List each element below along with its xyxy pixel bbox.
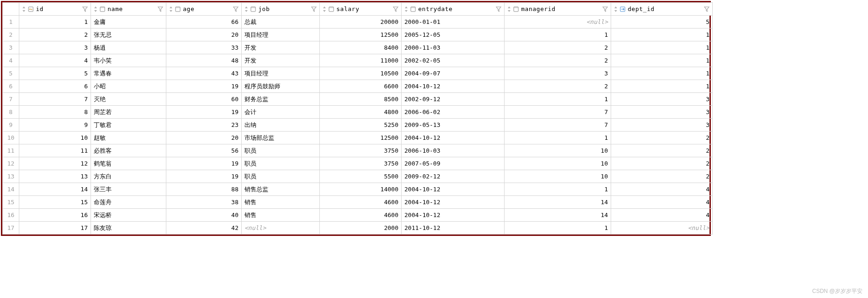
sort-icon[interactable] (94, 6, 97, 12)
table-row[interactable]: 22张无忌20项目经理125002005-12-0511 (3, 29, 713, 41)
cell-dept_id[interactable]: 1 (611, 67, 713, 80)
cell-managerid[interactable]: 10 (505, 157, 611, 170)
table-row[interactable]: 66小昭19程序员鼓励师66002004-10-1221 (3, 80, 713, 93)
cell-entrydate[interactable]: 2004-10-12 (402, 196, 505, 209)
cell-id[interactable]: 7 (19, 93, 91, 106)
sort-icon[interactable] (244, 6, 248, 12)
cell-job[interactable]: 总裁 (242, 16, 320, 29)
cell-entrydate[interactable]: 2006-10-03 (402, 144, 505, 157)
cell-entrydate[interactable]: 2004-10-12 (402, 209, 505, 222)
cell-entrydate[interactable]: 2004-10-12 (402, 132, 505, 144)
cell-name[interactable]: 周芷若 (91, 106, 166, 119)
filter-icon[interactable] (311, 6, 317, 12)
table-row[interactable]: 99丁敏君23出纳52502009-05-1373 (3, 119, 713, 132)
cell-name[interactable]: 命莲舟 (91, 196, 166, 209)
cell-name[interactable]: 宋远桥 (91, 209, 166, 222)
cell-managerid[interactable]: 7 (505, 119, 611, 132)
cell-name[interactable]: 方东白 (91, 170, 166, 183)
cell-id[interactable]: 2 (19, 29, 91, 41)
cell-entrydate[interactable]: 2004-09-07 (402, 67, 505, 80)
cell-dept_id[interactable]: 2 (611, 132, 713, 144)
cell-age[interactable]: 19 (166, 80, 242, 93)
cell-age[interactable]: 20 (166, 132, 242, 144)
cell-job[interactable]: 开发 (242, 54, 320, 67)
cell-dept_id[interactable]: 2 (611, 157, 713, 170)
cell-salary[interactable]: 4800 (320, 106, 402, 119)
cell-salary[interactable]: 8500 (320, 93, 402, 106)
cell-managerid[interactable]: 2 (505, 41, 611, 54)
cell-managerid[interactable]: 7 (505, 106, 611, 119)
cell-age[interactable]: 20 (166, 29, 242, 41)
sort-icon[interactable] (614, 6, 618, 12)
cell-name[interactable]: 丁敏君 (91, 119, 166, 132)
cell-name[interactable]: 必胜客 (91, 144, 166, 157)
cell-id[interactable]: 1 (19, 16, 91, 29)
cell-salary[interactable]: 5500 (320, 170, 402, 183)
table-row[interactable]: 77灭绝60财务总监85002002-09-1213 (3, 93, 713, 106)
cell-entrydate[interactable]: 2005-12-05 (402, 29, 505, 41)
cell-id[interactable]: 13 (19, 170, 91, 183)
cell-id[interactable]: 17 (19, 222, 91, 235)
cell-age[interactable]: 60 (166, 93, 242, 106)
table-row[interactable]: 1616宋远桥40销售46002004-10-12144 (3, 209, 713, 222)
table-row[interactable]: 11金庸66总裁200002000-01-01<null>5 (3, 16, 713, 29)
column-header-id[interactable]: id (19, 3, 91, 16)
cell-job[interactable]: 会计 (242, 106, 320, 119)
cell-dept_id[interactable]: 1 (611, 54, 713, 67)
cell-entrydate[interactable]: 2000-01-01 (402, 16, 505, 29)
cell-managerid[interactable]: 1 (505, 93, 611, 106)
table-row[interactable]: 33杨逍33开发84002000-11-0321 (3, 41, 713, 54)
cell-managerid[interactable]: 3 (505, 67, 611, 80)
cell-name[interactable]: 韦小笑 (91, 54, 166, 67)
cell-id[interactable]: 14 (19, 183, 91, 196)
cell-id[interactable]: 11 (19, 144, 91, 157)
cell-dept_id[interactable]: 1 (611, 29, 713, 41)
cell-age[interactable]: 56 (166, 144, 242, 157)
cell-salary[interactable]: 20000 (320, 16, 402, 29)
cell-salary[interactable]: 4600 (320, 196, 402, 209)
cell-salary[interactable]: 14000 (320, 183, 402, 196)
sort-icon[interactable] (323, 6, 326, 12)
column-header-name[interactable]: name (91, 3, 166, 16)
cell-age[interactable]: 43 (166, 67, 242, 80)
cell-id[interactable]: 4 (19, 54, 91, 67)
cell-id[interactable]: 15 (19, 196, 91, 209)
table-row[interactable]: 44韦小笑48开发110002002-02-0521 (3, 54, 713, 67)
cell-job[interactable]: 开发 (242, 41, 320, 54)
cell-salary[interactable]: 3750 (320, 144, 402, 157)
cell-job[interactable]: 项目经理 (242, 29, 320, 41)
cell-id[interactable]: 12 (19, 157, 91, 170)
cell-managerid[interactable]: 1 (505, 222, 611, 235)
cell-job[interactable]: 市场部总监 (242, 132, 320, 144)
cell-dept_id[interactable]: 3 (611, 106, 713, 119)
cell-salary[interactable]: 5250 (320, 119, 402, 132)
column-header-managerid[interactable]: managerid (505, 3, 611, 16)
cell-entrydate[interactable]: 2002-09-12 (402, 93, 505, 106)
cell-age[interactable]: 48 (166, 54, 242, 67)
cell-entrydate[interactable]: 2009-02-12 (402, 170, 505, 183)
cell-job[interactable]: <null> (242, 222, 320, 235)
column-header-dept_id[interactable]: dept_id (611, 3, 713, 16)
cell-name[interactable]: 张三丰 (91, 183, 166, 196)
cell-salary[interactable]: 10500 (320, 67, 402, 80)
table-row[interactable]: 55常遇春43项目经理105002004-09-0731 (3, 67, 713, 80)
cell-managerid[interactable]: 1 (505, 183, 611, 196)
cell-name[interactable]: 灭绝 (91, 93, 166, 106)
cell-salary[interactable]: 6600 (320, 80, 402, 93)
cell-id[interactable]: 10 (19, 132, 91, 144)
cell-managerid[interactable]: 14 (505, 209, 611, 222)
cell-id[interactable]: 16 (19, 209, 91, 222)
cell-age[interactable]: 33 (166, 41, 242, 54)
sort-icon[interactable] (169, 6, 173, 12)
cell-entrydate[interactable]: 2004-10-12 (402, 80, 505, 93)
cell-dept_id[interactable]: 5 (611, 16, 713, 29)
table-row[interactable]: 1515命莲舟38销售46002004-10-12144 (3, 196, 713, 209)
cell-name[interactable]: 张无忌 (91, 29, 166, 41)
cell-salary[interactable]: 3750 (320, 157, 402, 170)
cell-age[interactable]: 23 (166, 119, 242, 132)
cell-dept_id[interactable]: 1 (611, 80, 713, 93)
cell-salary[interactable]: 2000 (320, 222, 402, 235)
cell-salary[interactable]: 12500 (320, 132, 402, 144)
cell-entrydate[interactable]: 2007-05-09 (402, 157, 505, 170)
filter-icon[interactable] (158, 6, 163, 12)
